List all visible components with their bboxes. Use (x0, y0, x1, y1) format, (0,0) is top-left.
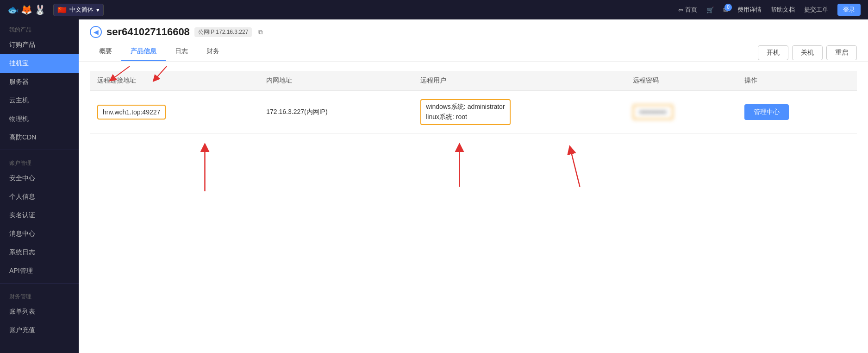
reboot-button[interactable]: 重启 (826, 45, 857, 60)
password-value[interactable]: •••••••••••• (633, 105, 673, 120)
cell-remote-user: windows系统: administrator linux系统: root (413, 91, 625, 134)
logo-char-1: 🐟 (7, 4, 19, 15)
top-nav-right: ⇦ 首页 🛒 ✉ 0 费用详情 帮助文档 提交工单 登录 (678, 4, 861, 16)
language-selector[interactable]: 🇨🇳 中文简体 ▾ (53, 4, 104, 16)
sidebar-item-api[interactable]: API管理 (0, 262, 79, 280)
remote-user-value: windows系统: administrator linux系统: root (420, 99, 510, 125)
chevron-down-icon: ▾ (96, 6, 100, 13)
sidebar-item-order[interactable]: 订购产品 (0, 36, 79, 54)
tabs: 概要 产品信息 日志 财务 (90, 43, 857, 61)
sidebar-item-recharge[interactable]: 账户充值 (0, 321, 79, 340)
billing-link[interactable]: 费用详情 (737, 6, 762, 14)
sidebar: 我的产品 订购产品 挂机宝 服务器 云主机 物理机 高防CDN 账户管理 安全中… (0, 19, 79, 353)
sidebar-item-server[interactable]: 服务器 (0, 73, 79, 91)
remote-addr-value[interactable]: hnv.wch1.top:49227 (97, 105, 166, 120)
table-header-row: 远程连接地址 内网地址 远程用户 远程密码 操作 (90, 71, 857, 91)
flag-icon: 🇨🇳 (57, 6, 67, 14)
cell-action: 管理中心 (737, 91, 857, 134)
col-remote-user: 远程用户 (413, 71, 625, 91)
user-linux: linux系统: root (426, 113, 505, 121)
sidebar-item-profile[interactable]: 个人信息 (0, 188, 79, 206)
col-action: 操作 (737, 71, 857, 91)
copy-icon[interactable]: ⧉ (258, 28, 263, 36)
mail-badge: 0 (724, 4, 732, 11)
sidebar-item-cdn[interactable]: 高防CDN (0, 128, 79, 147)
sidebar-item-bills[interactable]: 账单列表 (0, 303, 79, 321)
public-ip-badge: 公网IP 172.16.3.227 (194, 27, 252, 37)
sidebar-item-physical[interactable]: 物理机 (0, 110, 79, 128)
server-id: ser641027116608 (106, 26, 190, 38)
logo-char-2: 🦊 (21, 4, 32, 15)
tab-logs[interactable]: 日志 (166, 43, 197, 61)
table-section: 远程连接地址 内网地址 远程用户 远程密码 操作 hnv.wch1.top:49… (79, 62, 868, 143)
header-actions: 开机 关机 重启 (758, 45, 857, 60)
logo: 🐟 🦊 🐰 (7, 4, 46, 15)
manage-center-button[interactable]: 管理中心 (744, 104, 789, 120)
col-remote-pass: 远程密码 (625, 71, 737, 91)
tab-finance[interactable]: 财务 (197, 43, 229, 61)
home-icon: ⇦ (678, 6, 683, 13)
main-content: ◀ ser641027116608 公网IP 172.16.3.227 ⧉ 开机… (79, 19, 868, 353)
submit-link[interactable]: 提交工单 (804, 6, 828, 14)
back-button[interactable]: ◀ (90, 26, 102, 38)
sidebar-section-account: 账户管理 (0, 153, 79, 169)
ip-address: 172.16.3.227 (216, 29, 248, 35)
svg-line-4 (571, 150, 580, 187)
power-off-button[interactable]: 关机 (792, 45, 823, 60)
docs-link[interactable]: 帮助文档 (771, 6, 795, 14)
top-nav: 🐟 🦊 🐰 🇨🇳 中文简体 ▾ ⇦ 首页 🛒 ✉ 0 费用详情 帮助文档 提交工… (0, 0, 868, 19)
sidebar-item-security[interactable]: 安全中心 (0, 169, 79, 188)
home-link[interactable]: ⇦ 首页 (678, 6, 697, 14)
cart-symbol: 🛒 (706, 6, 714, 13)
server-info-table: 远程连接地址 内网地址 远程用户 远程密码 操作 hnv.wch1.top:49… (90, 71, 857, 134)
table-row: hnv.wch1.top:49227 172.16.3.227(内网IP) wi… (90, 91, 857, 134)
power-on-button[interactable]: 开机 (758, 45, 788, 60)
sidebar-item-realname[interactable]: 实名认证 (0, 206, 79, 225)
cell-remote-pass: •••••••••••• (625, 91, 737, 134)
col-remote-addr: 远程连接地址 (90, 71, 259, 91)
ip-badge-label: 公网IP (198, 29, 214, 35)
user-windows: windows系统: administrator (426, 103, 505, 111)
cart-icon[interactable]: 🛒 (706, 6, 714, 13)
mail-button[interactable]: ✉ 0 (723, 6, 728, 13)
tab-product-info[interactable]: 产品信息 (121, 43, 166, 61)
logo-char-3: 🐰 (34, 4, 46, 15)
cell-internal-ip: 172.16.3.227(内网IP) (259, 91, 413, 134)
col-internal-ip: 内网地址 (259, 71, 413, 91)
sidebar-item-messages[interactable]: 消息中心 (0, 225, 79, 243)
page-title-row: ◀ ser641027116608 公网IP 172.16.3.227 ⧉ (90, 26, 857, 38)
sidebar-item-guiji[interactable]: 挂机宝 (0, 54, 79, 73)
lang-label: 中文简体 (69, 6, 94, 14)
sidebar-item-syslog[interactable]: 系统日志 (0, 243, 79, 262)
sidebar-item-cloud[interactable]: 云主机 (0, 91, 79, 110)
page-header: ◀ ser641027116608 公网IP 172.16.3.227 ⧉ 开机… (79, 19, 868, 62)
user-button[interactable]: 登录 (837, 4, 861, 16)
cell-remote-addr: hnv.wch1.top:49227 (90, 91, 259, 134)
tab-overview[interactable]: 概要 (90, 43, 121, 61)
sidebar-section-products: 我的产品 (0, 19, 79, 36)
sidebar-section-finance: 财务管理 (0, 286, 79, 303)
